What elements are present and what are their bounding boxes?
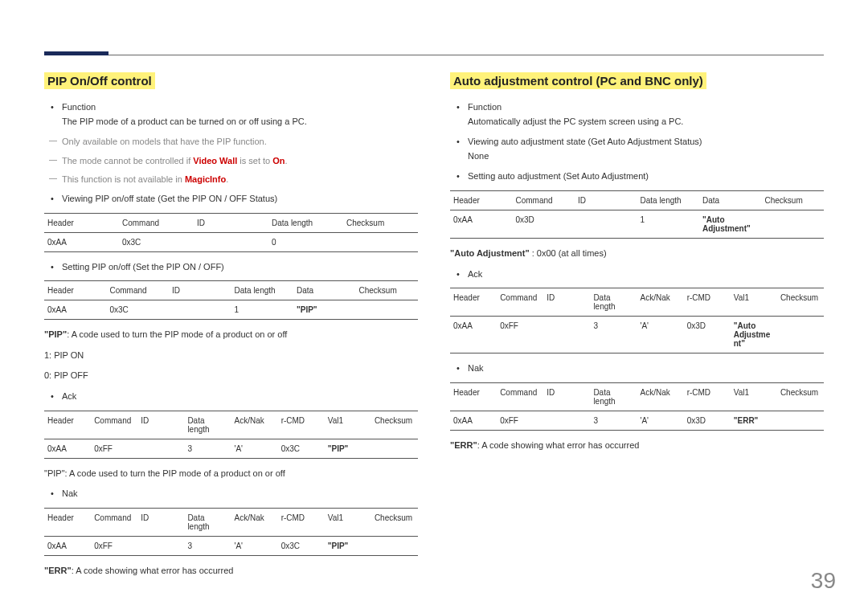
pip-off-value: 0: PIP OFF [44,369,418,383]
th: Checksum [356,281,419,300]
left-function-item: Function The PIP mode of a product can b… [62,100,418,129]
table-pip-get: Header Command ID Data length Checksum 0… [44,213,418,252]
td [575,210,637,238]
right-nak-label: Nak [468,362,824,376]
right-viewing-item: Viewing auto adjustment state (Get Auto … [468,135,824,163]
td: 3 [590,411,637,430]
table-pip-set: Header Command ID Data length Data Check… [44,280,418,320]
function-desc: Automatically adjust the PC system scree… [468,116,683,126]
th: Command [91,508,137,536]
td: 0x3C [278,439,325,458]
auto-text: : 0x00 (at all times) [530,248,607,258]
note-text: is set to [237,156,272,166]
th: Header [44,508,91,536]
note-magicinfo: This function is not available in MagicI… [62,173,418,187]
left-column: PIP On/Off control Function The PIP mode… [44,72,418,584]
th: Data length [184,508,231,536]
td: "PIP" [325,536,371,555]
th: Command [497,288,543,317]
videowall-term: Video Wall [193,156,237,166]
td: 0x3C [278,536,325,555]
td: 'A' [231,439,278,458]
td: "PIP" [325,439,371,458]
td [543,317,590,353]
th: Header [44,213,119,232]
th: Ack/Nak [231,508,278,536]
td: 0x3D [684,411,731,430]
th: Command [107,281,170,300]
function-desc: The PIP mode of a product can be turned … [62,116,307,126]
left-section-title: PIP On/Off control [44,72,155,89]
header-rule [44,55,824,55]
magicinfo-term: MagicInfo [185,174,226,184]
th: Command [513,190,575,210]
td: 0xFF [497,411,543,430]
td: 0x3D [513,210,575,238]
th: Data length [231,281,294,300]
pip-term: "PIP" [44,329,67,339]
table-pip-ack: Header Command ID Data length Ack/Nak r-… [44,411,418,459]
td: 'A' [637,317,684,353]
th: Command [497,382,543,411]
th: Checksum [371,508,418,536]
th: ID [575,190,637,210]
td [356,300,419,320]
th: Header [44,411,91,439]
td [371,439,418,458]
viewing-none: None [468,151,489,161]
td [543,411,590,430]
td: 0xAA [44,536,91,555]
th: Data length [590,382,637,411]
right-setting-label: Setting auto adjustment (Set Auto Adjust… [468,170,824,184]
left-viewing-label: Viewing PIP on/off state (Get the PIP ON… [62,192,418,206]
th: Checksum [762,190,825,210]
td [343,232,418,251]
content-columns: PIP On/Off control Function The PIP mode… [44,72,824,584]
th: Checksum [777,288,824,317]
note-text: . [226,174,228,184]
auto-term: "Auto Adjustment" [450,248,530,258]
note-videowall: The mode cannot be controlled if Video W… [62,154,418,169]
th: Checksum [371,411,418,439]
note-text: The mode cannot be controlled if [62,156,193,166]
td: 0xAA [44,439,91,458]
right-section-title: Auto adjustment control (PC and BNC only… [450,72,706,89]
th: Val1 [325,411,371,439]
th: Command [119,213,194,232]
td: 3 [184,536,231,555]
td: "ERR" [731,411,777,430]
th: Header [450,190,513,210]
td: 0xFF [91,439,137,458]
th: ID [543,288,590,317]
th: Ack/Nak [231,411,278,439]
th: Data length [590,288,637,317]
td: "PIP" [293,300,356,320]
function-label: Function [62,102,96,112]
pip-code-explain: "PIP": A code used to turn the PIP mode … [44,328,418,342]
td: 3 [590,317,637,353]
th: ID [543,382,590,411]
th: Data length [268,213,343,232]
th: Val1 [731,288,777,317]
td: 0xAA [44,232,119,251]
td [371,536,418,555]
td: 1 [231,300,294,320]
td: "Auto Adjustment" [699,210,762,238]
td: 0xAA [450,317,497,353]
th: Data [699,190,762,210]
td [777,317,824,353]
th: ID [169,281,231,300]
th: Checksum [343,213,418,232]
th: Val1 [325,508,371,536]
td [777,411,824,430]
td: 1 [637,210,700,238]
table-pip-nak: Header Command ID Data length Ack/Nak r-… [44,508,418,556]
td: 0xAA [450,210,513,238]
th: ID [137,411,184,439]
pip-text: : A code used to turn the PIP mode of a … [67,329,287,339]
th: Header [450,382,497,411]
th: Command [91,411,137,439]
td [137,439,184,458]
page-number: 39 [811,568,836,594]
th: Data [293,281,356,300]
